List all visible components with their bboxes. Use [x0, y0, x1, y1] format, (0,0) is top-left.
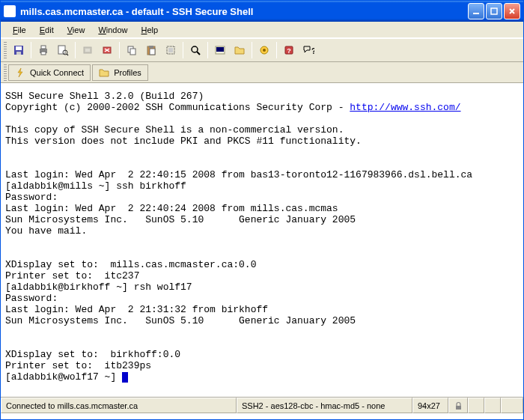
connect-bar: Quick Connect Profiles [1, 62, 523, 83]
statusbar: Connected to mills.cas.mcmaster.ca SSH2 … [1, 397, 523, 413]
select-all-icon[interactable] [162, 41, 180, 59]
maximize-button[interactable] [486, 3, 502, 19]
svg-text:?: ? [311, 47, 314, 55]
svg-rect-14 [85, 49, 90, 52]
toolbar: ? ? [1, 38, 523, 62]
term-line: [aldabbik@birkhoff ~] rsh wolf17 [5, 281, 192, 293]
svg-rect-22 [150, 49, 155, 55]
svg-rect-1 [491, 8, 497, 14]
menu-window[interactable]: Window [92, 24, 133, 36]
menubar: File Edit View Window Help [1, 22, 523, 38]
status-connection: Connected to mills.cas.mcmaster.ca [1, 398, 237, 413]
svg-rect-5 [16, 46, 22, 50]
term-line: This version does not include PKI and PK… [5, 136, 362, 147]
svg-rect-24 [168, 48, 173, 52]
term-line: XDisplay set to: birkhoff:0.0 [5, 349, 180, 360]
svg-line-12 [67, 54, 68, 55]
app-icon [4, 5, 16, 17]
term-line: Printer set to: itc237 [5, 270, 139, 281]
term-line: Password: [5, 192, 58, 203]
svg-point-25 [192, 46, 198, 52]
ssh-link[interactable]: http://www.ssh.com/ [350, 102, 460, 113]
term-line: Copyright (c) 2000-2002 SSH Communicatio… [5, 102, 350, 113]
term-line: Sun Microsystems Inc. SunOS 5.10 Generic… [5, 214, 356, 225]
terminal-area[interactable]: SSH Secure Shell 3.2.0 (Build 267) Copyr… [1, 83, 523, 397]
copy-icon[interactable] [123, 41, 141, 59]
toolbar-grip [4, 42, 7, 58]
whats-this-icon[interactable]: ? [299, 41, 317, 59]
term-line: This copy of SSH Secure Shell is a non-c… [5, 124, 344, 136]
menu-file[interactable]: File [7, 24, 32, 36]
menu-edit[interactable]: Edit [34, 24, 60, 36]
status-pad1 [468, 398, 484, 413]
quick-connect-button[interactable]: Quick Connect [8, 64, 91, 81]
term-line: Last login: Wed Apr 2 21:31:32 from birk… [5, 304, 268, 315]
svg-rect-19 [130, 49, 135, 55]
print-preview-icon[interactable] [54, 41, 72, 59]
close-button[interactable] [504, 3, 520, 19]
new-terminal-icon[interactable] [211, 41, 229, 59]
status-cipher: SSH2 - aes128-cbc - hmac-md5 - none [237, 398, 412, 413]
find-icon[interactable] [186, 41, 204, 59]
help-book-icon[interactable]: ? [280, 41, 298, 59]
new-file-transfer-icon[interactable] [231, 41, 249, 59]
print-icon[interactable] [34, 41, 52, 59]
term-line: Password: [5, 293, 58, 304]
term-line: You have mail. [5, 225, 87, 237]
status-pad2 [484, 398, 501, 413]
term-line: Last login: Wed Apr 2 22:40:24 2008 from… [5, 203, 338, 214]
save-icon[interactable] [10, 41, 28, 59]
svg-rect-6 [16, 52, 21, 55]
minimize-button[interactable] [468, 3, 484, 19]
term-line: XDisplay set to: mills.cas.mcmaster.ca:0… [5, 259, 256, 270]
status-lock-icon [448, 398, 468, 413]
term-line: SSH Secure Shell 3.2.0 (Build 267) [5, 91, 204, 102]
paste-icon[interactable] [142, 41, 160, 59]
folder-icon [99, 67, 109, 78]
svg-rect-10 [58, 46, 65, 54]
svg-point-30 [263, 49, 266, 52]
status-size: 94x27 [412, 398, 448, 413]
svg-rect-28 [216, 47, 224, 52]
lightning-icon [15, 67, 25, 78]
titlebar: mills.cas.mcmaster.ca - default - SSH Se… [1, 1, 523, 22]
profiles-label: Profiles [114, 68, 141, 77]
svg-text:?: ? [287, 47, 291, 55]
svg-rect-21 [149, 46, 153, 48]
term-line: Last login: Wed Apr 2 22:40:15 2008 from… [5, 169, 472, 180]
svg-rect-8 [41, 46, 46, 49]
term-line: Sun Microsystems Inc. SunOS 5.10 Generic… [5, 315, 356, 326]
term-line: [aldabbik@mills ~] ssh birkhoff [5, 180, 186, 192]
disconnect-icon[interactable] [98, 41, 116, 59]
settings-icon[interactable] [255, 41, 273, 59]
window-title: mills.cas.mcmaster.ca - default - SSH Se… [20, 6, 468, 17]
svg-line-26 [197, 52, 200, 55]
quick-connect-label: Quick Connect [30, 68, 84, 77]
cursor-block [122, 372, 128, 383]
svg-rect-9 [41, 52, 46, 55]
connect-icon[interactable] [79, 41, 97, 59]
menu-help[interactable]: Help [135, 24, 165, 36]
svg-rect-34 [456, 406, 461, 410]
svg-rect-0 [473, 13, 479, 14]
term-line: Printer set to: itb239ps [5, 360, 151, 371]
term-prompt: [aldabbik@wolf17 ~] [5, 371, 122, 383]
profiles-button[interactable]: Profiles [92, 64, 148, 81]
status-grip [501, 398, 523, 413]
menu-view[interactable]: View [61, 24, 91, 36]
connect-grip [4, 64, 7, 81]
